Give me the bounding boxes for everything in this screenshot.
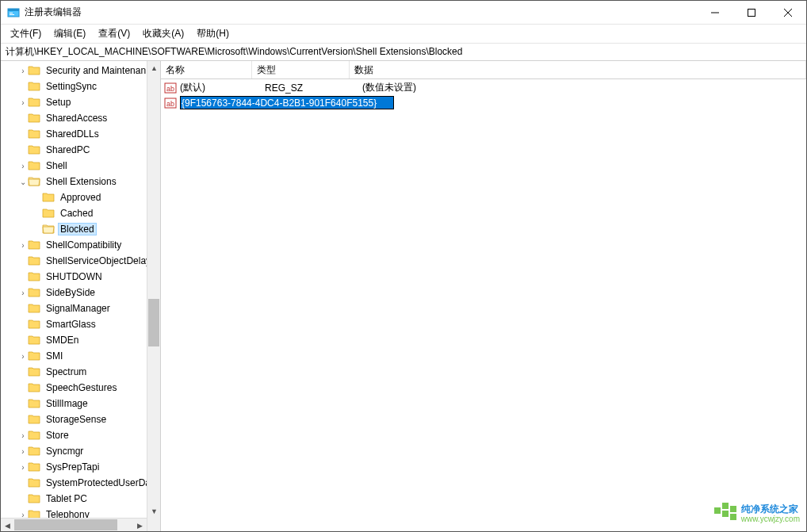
folder-icon bbox=[28, 366, 40, 377]
close-button[interactable] bbox=[770, 1, 806, 24]
menu-favorites[interactable]: 收藏夹(A) bbox=[136, 25, 190, 43]
folder-icon bbox=[28, 255, 40, 266]
tree-item[interactable]: › Setup bbox=[1, 94, 160, 110]
folder-icon bbox=[28, 81, 40, 92]
column-type[interactable]: 类型 bbox=[252, 61, 350, 78]
watermark-logo-icon bbox=[714, 503, 736, 525]
folder-icon bbox=[28, 160, 40, 171]
tree-item-label: Tablet PC bbox=[44, 493, 90, 504]
tree-item[interactable]: SharedPC bbox=[1, 142, 160, 158]
tree-item[interactable]: Tablet PC bbox=[1, 491, 160, 507]
tree-item[interactable]: SharedAccess bbox=[1, 110, 160, 126]
tree-item-label: ShellCompatibility bbox=[44, 239, 124, 251]
expander-icon[interactable]: › bbox=[18, 241, 28, 250]
scroll-thumb[interactable] bbox=[148, 299, 159, 346]
tree-item[interactable]: › Store bbox=[1, 427, 160, 443]
scroll-right-button[interactable]: ▶ bbox=[133, 519, 147, 531]
column-name[interactable]: 名称 bbox=[161, 61, 252, 78]
menu-view[interactable]: 查看(V) bbox=[92, 25, 136, 43]
menubar: 文件(F) 编辑(E) 查看(V) 收藏夹(A) 帮助(H) bbox=[1, 25, 806, 44]
tree-vertical-scrollbar[interactable]: ▲ ▼ bbox=[147, 61, 160, 531]
folder-icon bbox=[28, 477, 40, 488]
menu-file[interactable]: 文件(F) bbox=[4, 25, 48, 43]
tree-item[interactable]: SmartGlass bbox=[1, 316, 160, 332]
tree-item[interactable]: SHUTDOWN bbox=[1, 269, 160, 285]
folder-icon bbox=[28, 319, 40, 330]
list-header: 名称 类型 数据 bbox=[161, 61, 806, 79]
minimize-icon bbox=[711, 9, 719, 17]
tree-item[interactable]: ShellServiceObjectDelay bbox=[1, 253, 160, 269]
scroll-thumb[interactable] bbox=[14, 519, 117, 530]
tree-item[interactable]: › ShellCompatibility bbox=[1, 237, 160, 253]
svg-rect-1 bbox=[8, 9, 19, 11]
scroll-down-button[interactable]: ▼ bbox=[147, 504, 161, 518]
tree-item[interactable]: › Security and Maintenan bbox=[1, 63, 160, 78]
tree-item-label: SharedDLLs bbox=[44, 128, 101, 140]
expander-icon[interactable]: › bbox=[18, 289, 28, 297]
tree-item[interactable]: ⌄ Shell Extensions bbox=[1, 174, 160, 189]
tree-item[interactable]: › Syncmgr bbox=[1, 443, 160, 459]
tree-item[interactable]: StillImage bbox=[1, 396, 160, 411]
tree-item[interactable]: Blocked bbox=[1, 221, 160, 237]
tree-item[interactable]: SpeechGestures bbox=[1, 380, 160, 396]
tree-item[interactable]: SMDEn bbox=[1, 332, 160, 348]
value-type: REG_SZ bbox=[265, 82, 362, 94]
tree-item[interactable]: SettingSync bbox=[1, 78, 160, 94]
list-body[interactable]: ab (默认)REG_SZ(数值未设置) ab bbox=[161, 79, 806, 110]
list-row[interactable]: ab bbox=[161, 95, 806, 110]
tree-item[interactable]: Cached bbox=[1, 205, 160, 221]
tree-horizontal-scrollbar[interactable]: ◀ ▶ bbox=[1, 518, 147, 531]
tree-item-label: SharedAccess bbox=[44, 113, 109, 124]
expander-icon[interactable]: › bbox=[18, 162, 28, 170]
maximize-button[interactable] bbox=[733, 1, 770, 24]
minimize-button[interactable] bbox=[697, 1, 733, 24]
registry-editor-window: 注册表编辑器 文件(F) 编辑(E) 查看(V) 收藏夹(A) 帮助(H) 计算… bbox=[0, 0, 807, 532]
tree-item-label: Security and Maintenan bbox=[44, 65, 148, 76]
tree-item[interactable]: › SideBySide bbox=[1, 285, 160, 300]
tree-item[interactable]: SharedDLLs bbox=[1, 126, 160, 142]
watermark: 纯净系统之家 www.ycwjzy.com bbox=[714, 503, 800, 525]
svg-rect-2 bbox=[10, 13, 13, 13]
folder-icon bbox=[28, 239, 40, 251]
menu-help[interactable]: 帮助(H) bbox=[190, 25, 235, 43]
tree-item-label: StorageSense bbox=[44, 414, 109, 425]
folder-icon bbox=[42, 192, 55, 203]
expander-icon[interactable]: › bbox=[18, 447, 28, 456]
tree-item[interactable]: › Shell bbox=[1, 158, 160, 174]
tree-item[interactable]: StorageSense bbox=[1, 411, 160, 427]
registry-tree[interactable]: › Security and Maintenan SettingSync› Se… bbox=[1, 61, 160, 522]
menu-edit[interactable]: 编辑(E) bbox=[48, 25, 92, 43]
tree-item-label: Approved bbox=[58, 192, 103, 203]
tree-item-label: Blocked bbox=[58, 223, 97, 235]
address-bar[interactable]: 计算机\HKEY_LOCAL_MACHINE\SOFTWARE\Microsof… bbox=[1, 44, 806, 61]
scroll-left-button[interactable]: ◀ bbox=[1, 519, 14, 531]
value-data: (数值未设置) bbox=[362, 81, 416, 94]
scroll-up-button[interactable]: ▲ bbox=[147, 61, 161, 75]
tree-item[interactable]: › SMI bbox=[1, 348, 160, 364]
column-data[interactable]: 数据 bbox=[350, 61, 806, 78]
values-pane: 名称 类型 数据 ab (默认)REG_SZ(数值未设置) ab bbox=[161, 61, 806, 531]
expander-icon[interactable]: › bbox=[18, 98, 28, 107]
tree-item[interactable]: Spectrum bbox=[1, 364, 160, 380]
list-row[interactable]: ab (默认)REG_SZ(数值未设置) bbox=[161, 80, 806, 95]
expander-icon[interactable]: › bbox=[18, 352, 28, 361]
watermark-title: 纯净系统之家 bbox=[741, 503, 800, 515]
folder-icon bbox=[28, 335, 40, 346]
folder-icon bbox=[28, 303, 40, 314]
string-value-icon: ab bbox=[164, 97, 177, 109]
expander-icon[interactable]: › bbox=[18, 431, 28, 440]
folder-icon bbox=[28, 461, 40, 473]
expander-icon[interactable]: › bbox=[18, 463, 28, 472]
tree-item[interactable]: Approved bbox=[1, 189, 160, 205]
expander-icon[interactable]: ⌄ bbox=[18, 178, 28, 186]
expander-icon[interactable]: › bbox=[18, 67, 28, 75]
tree-item-label: Cached bbox=[58, 208, 95, 219]
tree-item[interactable]: › SysPrepTapi bbox=[1, 459, 160, 475]
svg-text:ab: ab bbox=[166, 100, 174, 108]
folder-icon bbox=[28, 113, 40, 124]
tree-item-label: SystemProtectedUserDa bbox=[44, 477, 153, 488]
tree-item[interactable]: SignalManager bbox=[1, 300, 160, 316]
value-name-edit[interactable] bbox=[180, 96, 394, 109]
tree-item-label: Shell Extensions bbox=[44, 176, 119, 187]
tree-item[interactable]: SystemProtectedUserDa bbox=[1, 475, 160, 491]
